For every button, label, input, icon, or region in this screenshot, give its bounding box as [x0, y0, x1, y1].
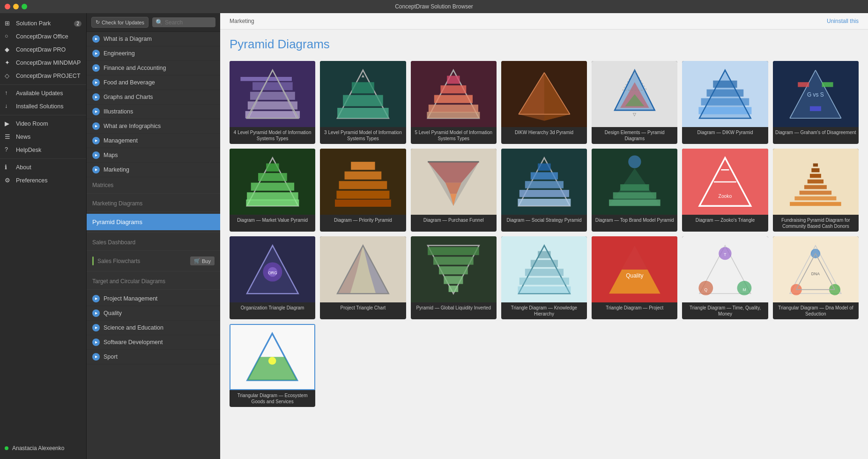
sidebar-item-preferences[interactable]: ⚙ Preferences — [0, 174, 86, 187]
svg-rect-63 — [525, 181, 563, 188]
diagram-card-17[interactable]: Triangle Diagram — Knowledge Hierarchy — [501, 236, 587, 319]
sidebar-label: Preferences — [16, 177, 47, 184]
svg-rect-104 — [518, 286, 571, 293]
diagram-label: Triangular Diagram — Ecosystem Goods and… — [230, 390, 315, 407]
diagram-card-21[interactable]: Triangular Diagram — Ecosystem Goods and… — [230, 324, 315, 407]
section-sales-flowcharts[interactable]: Sales Flowcharts 🛒 Buy — [87, 253, 220, 269]
section-sales-dashboard[interactable]: Sales Dashboard — [87, 234, 220, 248]
section-marketing-diagrams[interactable]: Marketing Diagrams — [87, 196, 220, 210]
sidebar-item-helpdesk[interactable]: ? HelpDesk — [0, 143, 86, 157]
arrow-up-icon: ↑ — [5, 90, 12, 97]
category-label: Illustrations — [104, 108, 133, 115]
section-matrices[interactable]: Matrices — [87, 177, 220, 191]
svg-rect-53 — [336, 190, 389, 198]
svg-rect-70 — [609, 199, 660, 206]
svg-rect-48 — [247, 192, 298, 200]
sidebar-item-news[interactable]: ☰ News — [0, 130, 86, 143]
svg-rect-78 — [804, 185, 827, 189]
svg-rect-41 — [798, 82, 809, 87]
buy-button[interactable]: 🛒 Buy — [190, 256, 215, 265]
sidebar-item-video-room[interactable]: ▶ Video Room — [0, 117, 86, 130]
expand-icon — [92, 309, 100, 317]
search-input[interactable] — [165, 19, 212, 26]
diagram-card-4[interactable]: ▽ Design Elements — Pyramid Diagrams — [592, 61, 677, 144]
diagram-card-0[interactable]: 4 Level Pyramid Model of Information Sys… — [230, 61, 315, 144]
category-item-what-is-diagram[interactable]: What is a Diagram — [87, 32, 220, 46]
diagram-card-5[interactable]: Diagram — DIKW Pyramid — [682, 61, 768, 144]
category-item-marketing[interactable]: Marketing — [87, 163, 220, 177]
svg-rect-80 — [810, 173, 821, 178]
sidebar-item-available-updates[interactable]: ↑ Available Updates — [0, 87, 86, 100]
sidebar-item-pro[interactable]: ◆ ConceptDraw PRO — [0, 43, 86, 56]
diagram-card-12[interactable]: Zooko Diagram — Zooko's Triangle — [682, 149, 768, 232]
svg-rect-43 — [810, 106, 821, 111]
category-item-project-management[interactable]: Project Management — [87, 292, 220, 306]
minimize-button[interactable] — [13, 4, 19, 9]
diagram-card-15[interactable]: Project Triangle Chart — [320, 236, 406, 319]
diagram-card-11[interactable]: Diagram — Top Brand Model Pyramid — [592, 149, 677, 232]
category-item-management[interactable]: Management — [87, 134, 220, 148]
category-label: What are Infographics — [104, 123, 161, 129]
sidebar-label: ConceptDraw PRO — [16, 46, 66, 53]
diagram-card-8[interactable]: Diagram — Priority Pyramid — [320, 149, 406, 232]
section-target-circular[interactable]: Target and Circular Diagrams — [87, 273, 220, 287]
diagram-card-9[interactable]: Diagram — Purchase Funnel — [411, 149, 497, 232]
svg-rect-8 — [352, 82, 374, 93]
category-item-sport[interactable]: Sport — [87, 350, 220, 364]
svg-text:▲: ▲ — [361, 73, 365, 78]
diagram-card-13[interactable]: Fundraising Pyramid Diagram for Communit… — [773, 149, 859, 232]
expand-icon — [92, 137, 100, 144]
diagram-card-19[interactable]: T Q M Triangle Diagram — Time, Quality, … — [682, 236, 768, 319]
diagram-card-20[interactable]: DNA Triangular Diagram — Dna Model of Se… — [773, 236, 859, 319]
sidebar-label: Video Room — [16, 120, 48, 127]
sidebar-item-office[interactable]: ○ ConceptDraw Office — [0, 30, 86, 43]
diagram-card-2[interactable]: 5 Level Pyramid Model of Information Sys… — [411, 61, 497, 144]
sidebar-item-installed-solutions[interactable]: ↓ Installed Solutions — [0, 100, 86, 113]
category-item-maps[interactable]: Maps — [87, 148, 220, 163]
search-icon: 🔍 — [156, 19, 163, 26]
category-item-software[interactable]: Software Development — [87, 335, 220, 350]
category-item-food[interactable]: Food and Beverage — [87, 75, 220, 90]
check-updates-button[interactable]: ↻ Check for Updates — [91, 17, 148, 28]
diagram-label: 4 Level Pyramid Model of Information Sys… — [230, 127, 315, 144]
close-button[interactable] — [5, 4, 10, 9]
sidebar-badge: 2 — [74, 21, 82, 27]
diagram-thumb: ▲ — [320, 61, 406, 127]
diagram-card-14[interactable]: ORG Organization Triangle Diagram — [230, 236, 315, 319]
category-item-quality[interactable]: Quality — [87, 306, 220, 321]
project-icon: ◇ — [5, 72, 12, 80]
sidebar-item-project[interactable]: ◇ ConceptDraw PROJECT — [0, 69, 86, 83]
sidebar-item-mindmap[interactable]: ✦ ConceptDraw MINDMAP — [0, 56, 86, 69]
category-item-engineering[interactable]: Engineering — [87, 46, 220, 61]
category-item-illustrations[interactable]: Illustrations — [87, 105, 220, 119]
sidebar-item-about[interactable]: ℹ About — [0, 161, 86, 174]
diagram-label: DIKW Hierarchy 3d Pyramid — [501, 127, 587, 138]
category-item-science[interactable]: Science and Education — [87, 321, 220, 335]
expand-icon — [92, 64, 100, 72]
svg-text:G vs S: G vs S — [807, 91, 824, 98]
uninstall-button[interactable]: Uninstall this — [827, 18, 859, 24]
sidebar-item-solution-park[interactable]: ⊞ Solution Park 2 — [0, 17, 86, 30]
diagram-thumb — [411, 61, 497, 127]
category-item-graphs[interactable]: Graphs and Charts — [87, 90, 220, 105]
diagram-card-7[interactable]: Diagram — Market Value Pyramid — [230, 149, 315, 232]
svg-point-129 — [268, 357, 276, 365]
diagram-card-6[interactable]: G vs S Diagram — Graham's of Disagreemen… — [773, 61, 859, 144]
page-title: Pyramid Diagrams — [230, 37, 859, 52]
category-item-finance[interactable]: Finance and Accounting — [87, 61, 220, 75]
diagram-card-1[interactable]: ▲ 3 Level Pyramid Model of Information S… — [320, 61, 406, 144]
diagram-thumb — [501, 149, 587, 215]
diagram-card-3[interactable]: DIKW Hierarchy 3d Pyramid — [501, 61, 587, 144]
category-label: Engineering — [104, 50, 135, 57]
svg-rect-81 — [812, 168, 820, 172]
svg-text:M: M — [743, 287, 746, 292]
diagram-card-16[interactable]: Pyramid — Global Liquidity Inverted — [411, 236, 497, 319]
diagram-card-10[interactable]: Diagram — Social Strategy Pyramid — [501, 149, 587, 232]
diagram-label: Diagram — Purchase Funnel — [411, 215, 497, 226]
category-item-infographics[interactable]: What are Infographics — [87, 119, 220, 134]
section-pyramid-diagrams[interactable]: Pyramid Diagrams — [87, 214, 220, 230]
window-controls[interactable] — [5, 4, 27, 9]
svg-rect-49 — [246, 199, 299, 206]
diagram-card-18[interactable]: Quality Triangle Diagram — Project — [592, 236, 677, 319]
maximize-button[interactable] — [22, 4, 27, 9]
